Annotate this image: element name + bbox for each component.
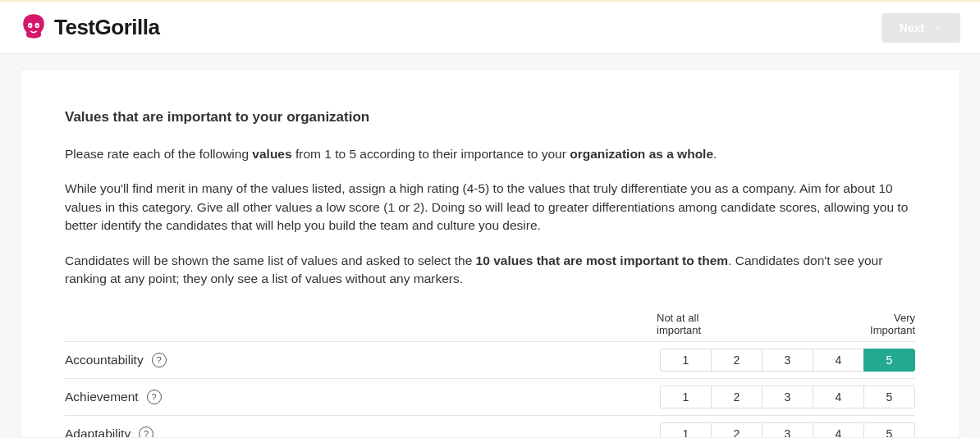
rating-row-label: Adaptability? [65, 427, 153, 438]
rating-rows: Accountability?12345Achievement?12345Ada… [65, 341, 915, 438]
rating-option-3[interactable]: 3 [762, 386, 813, 408]
rating-row: Accountability?12345 [65, 341, 915, 378]
rating-option-5[interactable]: 5 [863, 349, 915, 372]
rating-option-3[interactable]: 3 [762, 349, 813, 372]
rating-row-label: Accountability? [65, 353, 167, 367]
help-icon[interactable]: ? [152, 353, 167, 367]
text-bold: 10 values that are most important to the… [476, 253, 729, 267]
text-bold: organization as a whole [570, 147, 713, 161]
help-icon[interactable]: ? [147, 390, 162, 404]
text: Important [870, 324, 915, 336]
rating-row: Achievement?12345 [65, 378, 915, 415]
text: Candidates will be shown the same list o… [65, 253, 476, 267]
text: important [657, 324, 701, 336]
intro-paragraph-2: While you'll find merit in many of the v… [65, 180, 915, 235]
intro-paragraph-1: Please rate each of the following values… [65, 145, 915, 163]
brand-name: TestGorilla [54, 15, 159, 40]
rating-option-5[interactable]: 5 [863, 386, 915, 408]
rating-options: 12345 [660, 386, 915, 408]
content-card: Values that are important to your organi… [20, 69, 960, 438]
svg-point-3 [36, 25, 38, 26]
text: Please rate each of the following [65, 147, 252, 161]
app-header: TestGorilla Next → [0, 0, 980, 54]
rating-option-4[interactable]: 4 [813, 386, 864, 408]
text: from 1 to 5 according to their importanc… [292, 147, 570, 161]
scale-low-label: Not at all important [657, 312, 701, 336]
text: Very [870, 312, 915, 324]
text: . [713, 147, 717, 161]
rating-row-label: Achievement? [65, 390, 162, 404]
arrow-right-icon: → [931, 21, 942, 34]
rating-option-1[interactable]: 1 [660, 349, 712, 372]
rating-options: 12345 [660, 349, 915, 372]
text: Not at all [657, 312, 701, 324]
value-name: Adaptability [65, 427, 131, 438]
help-icon[interactable]: ? [139, 427, 153, 438]
rating-option-4[interactable]: 4 [813, 422, 864, 438]
scale-header-inner: Not at all important Very Important [657, 312, 915, 336]
next-button[interactable]: Next → [882, 13, 960, 43]
rating-option-2[interactable]: 2 [711, 386, 762, 408]
scale-header: Not at all important Very Important [65, 312, 915, 336]
section-title: Values that are important to your organi… [65, 109, 915, 125]
gorilla-logo-icon [20, 12, 48, 43]
rating-option-1[interactable]: 1 [660, 386, 712, 408]
value-name: Accountability [65, 353, 144, 367]
rating-option-1[interactable]: 1 [660, 422, 712, 438]
rating-option-2[interactable]: 2 [711, 422, 762, 438]
svg-point-2 [30, 25, 31, 26]
scale-high-label: Very Important [870, 312, 915, 336]
next-button-label: Next [900, 21, 924, 34]
intro-paragraph-3: Candidates will be shown the same list o… [65, 252, 915, 289]
rating-row: Adaptability?12345 [65, 415, 915, 438]
rating-option-2[interactable]: 2 [711, 349, 762, 372]
value-name: Achievement [65, 390, 139, 404]
rating-option-3[interactable]: 3 [762, 422, 813, 438]
brand: TestGorilla [20, 12, 159, 43]
rating-options: 12345 [660, 422, 915, 438]
rating-option-4[interactable]: 4 [813, 349, 864, 372]
rating-option-5[interactable]: 5 [863, 422, 915, 438]
text-bold: values [252, 147, 291, 161]
